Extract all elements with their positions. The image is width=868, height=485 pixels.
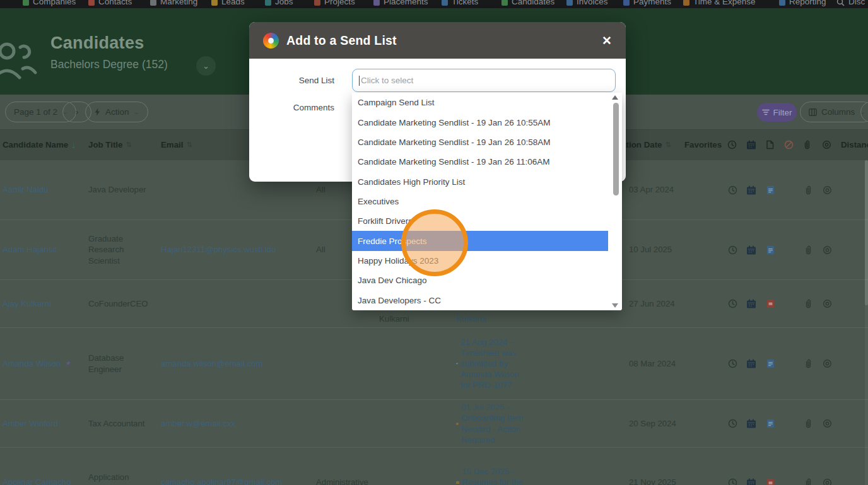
modal-title: Add to a Send List (286, 33, 397, 48)
send-list-option[interactable]: Candidate Marketing Sendlist - 19 Jan 26… (352, 112, 622, 132)
send-list-option[interactable]: Forklift Drivers (352, 211, 622, 231)
send-list-label: Send List (265, 76, 334, 85)
send-list-option[interactable]: Candidate Marketing Sendlist - 19 Jan 26… (352, 152, 622, 172)
scroll-up-icon[interactable] (612, 95, 618, 100)
send-list-placeholder: Click to select (361, 76, 413, 85)
send-list-option[interactable]: Freddie Prospects (352, 231, 608, 250)
scroll-down-icon[interactable] (612, 303, 618, 308)
send-list-dropdown: Campaign Send ListCandidate Marketing Se… (352, 93, 622, 310)
close-icon[interactable]: ✕ (602, 35, 612, 47)
send-list-option[interactable]: Executives (352, 192, 622, 211)
send-list-option[interactable]: Happy Holidays 2023 (352, 251, 622, 271)
page: CompaniesContactsMarketingLeadsJobsProje… (0, 0, 868, 485)
send-list-option[interactable]: Java Developers - CC (352, 290, 622, 310)
send-list-option[interactable]: Java Dev Chicago (352, 271, 622, 290)
send-list-option[interactable]: Campaign Send List (352, 93, 622, 112)
comments-label: Comments (265, 103, 334, 112)
text-cursor (359, 76, 360, 86)
app-logo-icon (263, 33, 279, 49)
modal-header[interactable]: Add to a Send List ✕ (249, 22, 626, 59)
send-list-option[interactable]: Candidate Marketing Sendlist - 19 Jan 26… (352, 132, 622, 152)
send-list-select-input[interactable]: Click to select (352, 69, 616, 92)
dropdown-scrollbar-thumb[interactable] (613, 103, 619, 196)
send-list-option[interactable]: Candidates High Priority List (352, 172, 622, 191)
